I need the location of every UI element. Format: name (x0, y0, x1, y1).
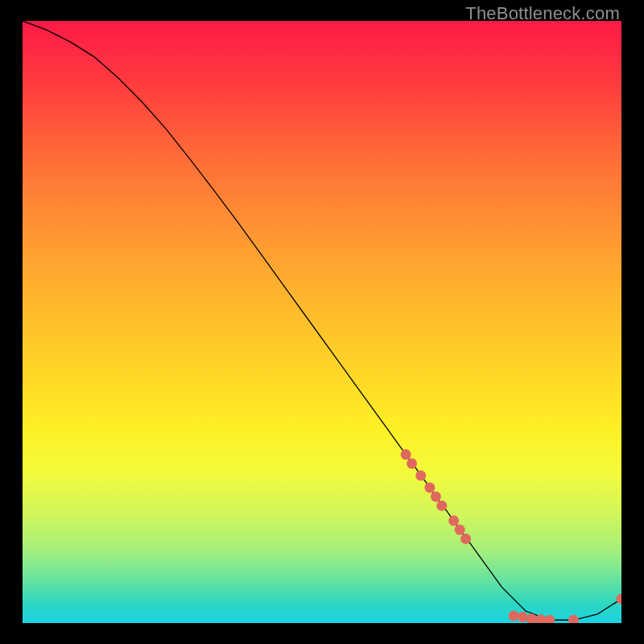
data-marker (415, 470, 426, 481)
chart-curve (23, 21, 621, 620)
data-marker (407, 458, 417, 469)
data-marker (509, 611, 519, 621)
data-marker (455, 525, 465, 535)
data-marker (448, 515, 459, 526)
data-marker (431, 491, 441, 502)
data-marker (460, 534, 471, 544)
watermark-text: TheBottleneck.com (465, 3, 620, 24)
data-marker (544, 615, 555, 623)
data-marker (424, 482, 435, 493)
data-marker (518, 612, 528, 622)
data-marker (568, 615, 579, 623)
data-marker (617, 594, 622, 605)
data-marker (401, 449, 411, 460)
chart-area (23, 21, 621, 623)
data-marker (436, 501, 447, 511)
chart-svg (23, 21, 621, 623)
